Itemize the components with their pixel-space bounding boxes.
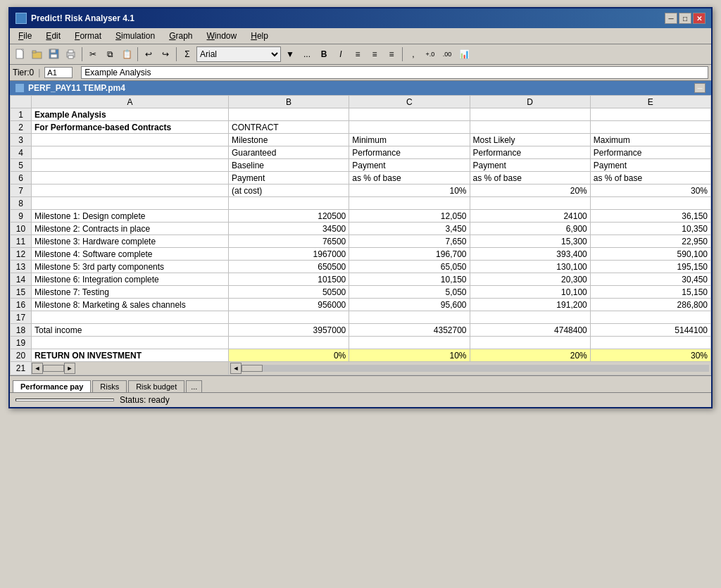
cell-c20[interactable]: 10% (349, 349, 470, 362)
undo-button[interactable]: ↩ (141, 46, 156, 62)
cell-d7[interactable]: 20% (470, 184, 590, 197)
cell-d9[interactable]: 24100 (470, 210, 590, 223)
cell-a14[interactable]: Milestone 6: Integration complete (32, 273, 229, 286)
tab-performance-pay[interactable]: Performance pay (13, 380, 91, 392)
tab-risks[interactable]: Risks (92, 380, 127, 392)
cell-a17[interactable] (32, 311, 229, 324)
scroll-left-arrow[interactable]: ◄ (32, 363, 43, 374)
cell-e14[interactable]: 30,450 (590, 273, 710, 286)
cell-a2[interactable]: For Performance-based Contracts (32, 121, 229, 134)
cell-a16[interactable]: Milestone 8: Marketing & sales channels (32, 299, 229, 311)
cell-d4[interactable]: Performance (470, 146, 590, 159)
cell-a10[interactable]: Milestone 2: Contracts in place (32, 223, 229, 235)
cell-e19[interactable] (590, 337, 710, 349)
cell-d8[interactable] (470, 197, 590, 210)
cell-e16[interactable]: 286,800 (590, 299, 710, 311)
menu-format[interactable]: Format (69, 30, 107, 42)
cell-b8[interactable] (229, 197, 349, 210)
menu-simulation[interactable]: Simulation (110, 30, 161, 42)
col-header-c[interactable]: C (349, 96, 470, 108)
dec-increase-button[interactable]: .00 (439, 46, 455, 62)
col-header-a[interactable]: A (32, 96, 229, 108)
cell-c13[interactable]: 65,050 (349, 261, 470, 273)
new-button[interactable] (13, 46, 28, 62)
align-left-button[interactable]: ≡ (350, 46, 365, 62)
cell-c18[interactable]: 4352700 (349, 324, 470, 337)
cell-b3[interactable]: Milestone (229, 134, 349, 146)
paste-button[interactable]: 📋 (119, 46, 134, 62)
cell-e11[interactable]: 22,950 (590, 235, 710, 248)
cell-d18[interactable]: 4748400 (470, 324, 590, 337)
cell-c11[interactable]: 7,650 (349, 235, 470, 248)
cell-d2[interactable] (470, 121, 590, 134)
maximize-button[interactable]: □ (679, 13, 691, 24)
sum-button[interactable]: Σ (180, 46, 195, 62)
cell-b14[interactable]: 101500 (229, 273, 349, 286)
cell-b20[interactable]: 0% (229, 349, 349, 362)
cell-b1[interactable] (229, 108, 349, 121)
align-right-button[interactable]: ≡ (384, 46, 399, 62)
cell-d19[interactable] (470, 337, 590, 349)
cell-a5[interactable] (32, 159, 229, 172)
cell-a19[interactable] (32, 337, 229, 349)
font-dropdown-button[interactable]: ▼ (282, 46, 298, 62)
cell-e2[interactable] (590, 121, 710, 134)
cell-d3[interactable]: Most Likely (470, 134, 590, 146)
cell-d20[interactable]: 20% (470, 349, 590, 362)
cell-e15[interactable]: 15,150 (590, 286, 710, 299)
cell-b17[interactable] (229, 311, 349, 324)
cell-c9[interactable]: 12,050 (349, 210, 470, 223)
cell-d13[interactable]: 130,100 (470, 261, 590, 273)
cell-a9[interactable]: Milestone 1: Design complete (32, 210, 229, 223)
cell-c1[interactable] (349, 108, 470, 121)
dec-decrease-button[interactable]: +.0 (422, 46, 438, 62)
cell-c7[interactable]: 10% (349, 184, 470, 197)
cell-c3[interactable]: Minimum (349, 134, 470, 146)
cell-e8[interactable] (590, 197, 710, 210)
cell-b11[interactable]: 76500 (229, 235, 349, 248)
cell-e12[interactable]: 590,100 (590, 248, 710, 261)
cell-b13[interactable]: 650500 (229, 261, 349, 273)
cell-e1[interactable] (590, 108, 710, 121)
cell-b15[interactable]: 50500 (229, 286, 349, 299)
align-center-button[interactable]: ≡ (367, 46, 382, 62)
menu-edit[interactable]: Edit (40, 30, 66, 42)
font-ellipsis-button[interactable]: ... (299, 46, 315, 62)
cell-a3[interactable] (32, 134, 229, 146)
font-select[interactable]: Arial (196, 46, 281, 62)
cell-c12[interactable]: 196,700 (349, 248, 470, 261)
scroll-right-arrow[interactable]: ► (64, 363, 75, 374)
cell-a7[interactable] (32, 184, 229, 197)
cell-d1[interactable] (470, 108, 590, 121)
cell-c17[interactable] (349, 311, 470, 324)
open-button[interactable] (30, 46, 45, 62)
cell-b12[interactable]: 1967000 (229, 248, 349, 261)
cell-a4[interactable] (32, 146, 229, 159)
cell-a18[interactable]: Total income (32, 324, 229, 337)
cell-b9[interactable]: 120500 (229, 210, 349, 223)
cell-e6[interactable]: as % of base (590, 172, 710, 184)
col-header-e[interactable]: E (590, 96, 710, 108)
menu-help[interactable]: Help (245, 30, 274, 42)
cell-d10[interactable]: 6,900 (470, 223, 590, 235)
cell-e13[interactable]: 195,150 (590, 261, 710, 273)
cell-a1[interactable]: Example Analysis (32, 108, 229, 121)
cell-a12[interactable]: Milestone 4: Software complete (32, 248, 229, 261)
tab-risk-budget[interactable]: Risk budget (128, 380, 184, 392)
cell-e18[interactable]: 5144100 (590, 324, 710, 337)
cell-a6[interactable] (32, 172, 229, 184)
cell-c4[interactable]: Performance (349, 146, 470, 159)
cell-c15[interactable]: 5,050 (349, 286, 470, 299)
tab-more-button[interactable]: ... (186, 380, 202, 392)
cell-a11[interactable]: Milestone 3: Hardware complete (32, 235, 229, 248)
cell-a8[interactable] (32, 197, 229, 210)
italic-button[interactable]: I (333, 46, 349, 62)
cell-a15[interactable]: Milestone 7: Testing (32, 286, 229, 299)
menu-graph[interactable]: Graph (163, 30, 198, 42)
minimize-button[interactable]: ─ (665, 13, 677, 24)
cell-b16[interactable]: 956000 (229, 299, 349, 311)
cell-d15[interactable]: 10,100 (470, 286, 590, 299)
cell-d16[interactable]: 191,200 (470, 299, 590, 311)
cell-c8[interactable] (349, 197, 470, 210)
cell-d17[interactable] (470, 311, 590, 324)
